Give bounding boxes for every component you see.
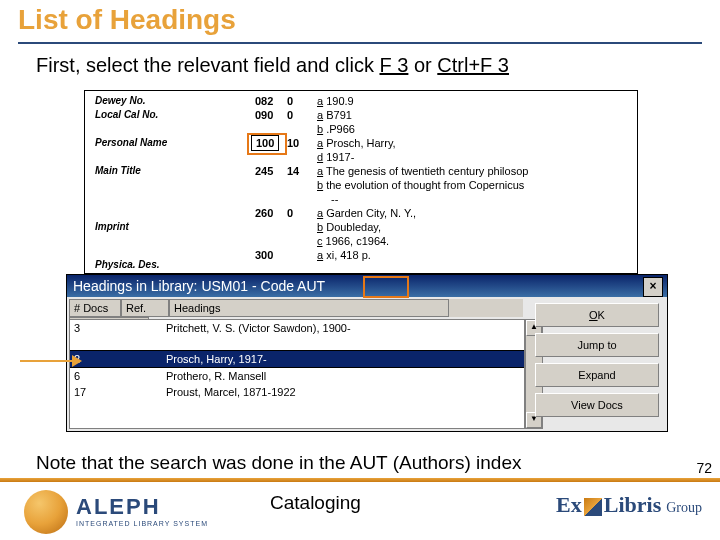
list-item[interactable]: 17Proust, Marcel, 1871-1922	[70, 384, 524, 400]
highlight-tag-100	[247, 133, 287, 155]
col-docs[interactable]: # Docs	[69, 299, 121, 317]
label-local: Local Cal No.	[95, 109, 158, 120]
globe-icon	[24, 490, 68, 534]
title-underline	[18, 42, 702, 44]
tag-245: 245	[255, 165, 273, 177]
sub-100a: a Prosch, Harry,	[317, 137, 396, 149]
slide-title: List of Headings	[18, 4, 236, 36]
page-number: 72	[696, 460, 712, 476]
ind-100: 10	[287, 137, 299, 149]
exlibris-logo: ExLibris Group	[556, 492, 702, 518]
dialog-titlebar[interactable]: Headings in Library: USM01 - Code AUT ×	[67, 275, 667, 297]
expand-button[interactable]: Expand	[535, 363, 659, 387]
tag-260: 260	[255, 207, 273, 219]
dialog-buttons: OK Jump to Expand View Docs	[535, 303, 663, 423]
ind-245: 14	[287, 165, 299, 177]
sub-245a: a The genesis of twentieth century philo…	[317, 165, 528, 177]
sub-100d: d 1917-	[317, 151, 354, 163]
ok-button[interactable]: OK	[535, 303, 659, 327]
col-headings[interactable]: Headings	[169, 299, 449, 317]
sub-090a: a B791	[317, 109, 352, 121]
label-dewey: Dewey No.	[95, 95, 146, 106]
aleph-logo: ALEPH INTEGRATED LIBRARY SYSTEM	[20, 484, 250, 536]
subtitle-text: First, select the relevant field and cli…	[36, 54, 379, 76]
note-text: Note that the search was done in the AUT…	[36, 452, 521, 474]
col-ref[interactable]: Ref.	[121, 299, 169, 317]
label-imprint: Imprint	[95, 221, 129, 232]
tag-090: 090	[255, 109, 273, 121]
sub-260c: c 1966, c1964.	[317, 235, 389, 247]
sub-245b: b the evolution of thought from Copernic…	[317, 179, 524, 191]
exlibris-square-icon	[584, 498, 602, 516]
list-item-selected[interactable]: 2Prosch, Harry, 1917-	[70, 350, 524, 368]
ind-082: 0	[287, 95, 293, 107]
ind-090: 0	[287, 109, 293, 121]
list-item[interactable]: 6Prothero, R. Mansell	[70, 368, 524, 384]
dialog-title-text: Headings in Library: USM01 - Code	[73, 278, 297, 294]
arrow-head-icon	[72, 355, 82, 367]
jump-button[interactable]: Jump to	[535, 333, 659, 357]
headings-list[interactable]: 3Pritchett, V. S. (Victor Sawdon), 1900-…	[69, 319, 525, 429]
headings-dialog: Headings in Library: USM01 - Code AUT × …	[66, 274, 668, 432]
sub-245-cont: --	[331, 193, 338, 205]
highlight-aut-code	[363, 276, 409, 298]
footer-divider	[0, 478, 720, 482]
label-personal: Personal Name	[95, 137, 167, 148]
sub-260b: b Doubleday,	[317, 221, 381, 233]
subtitle: First, select the relevant field and cli…	[36, 54, 509, 77]
sub-300a: a xi, 418 p.	[317, 249, 371, 261]
column-headers: # DocsRef.HeadingsAuth. info.	[69, 299, 523, 317]
marc-record-panel: Dewey No. Local Cal No. Personal Name Ma…	[84, 90, 638, 274]
sub-260a: a Garden City, N. Y.,	[317, 207, 416, 219]
arrow-line	[20, 360, 76, 362]
tag-300: 300	[255, 249, 273, 261]
tag-082: 082	[255, 95, 273, 107]
label-main: Main Title	[95, 165, 141, 176]
key-f3: F 3	[379, 54, 408, 76]
sub-090b: b .P966	[317, 123, 355, 135]
close-button[interactable]: ×	[643, 277, 663, 297]
key-ctrl-f3: Ctrl+F 3	[437, 54, 509, 76]
list-item[interactable]: 3Pritchett, V. S. (Victor Sawdon), 1900-	[70, 320, 524, 350]
aleph-name: ALEPH	[76, 494, 161, 520]
sub-082a: a 190.9	[317, 95, 354, 107]
ind-260: 0	[287, 207, 293, 219]
label-phys: Physica. Des.	[95, 259, 159, 270]
footer-label: Cataloging	[270, 492, 361, 514]
aleph-tagline: INTEGRATED LIBRARY SYSTEM	[76, 520, 208, 527]
footer: Cataloging ALEPH INTEGRATED LIBRARY SYST…	[0, 478, 720, 540]
view-docs-button[interactable]: View Docs	[535, 393, 659, 417]
